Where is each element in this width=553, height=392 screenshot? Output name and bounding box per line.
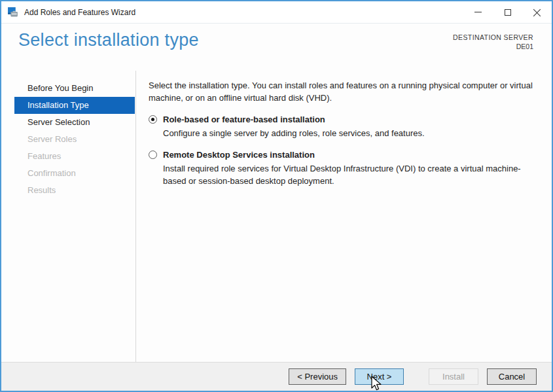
next-button[interactable]: Next > <box>355 368 404 385</box>
role-based-radio[interactable] <box>149 115 157 124</box>
remote-desktop-radio[interactable] <box>149 151 157 159</box>
role-based-label[interactable]: Role-based or feature-based installation <box>163 115 325 124</box>
sidebar-item-server-selection[interactable]: Server Selection <box>14 114 135 131</box>
wizard-steps-sidebar: Before You Begin Installation Type Serve… <box>1 71 136 362</box>
installation-type-panel: Select the installation type. You can in… <box>136 71 552 362</box>
roles-and-features-wizard-icon <box>7 7 18 18</box>
page-description: Select the installation type. You can in… <box>149 79 536 104</box>
install-button: Install <box>429 368 478 385</box>
destination-server-block: DESTINATION SERVER DE01 <box>453 33 533 50</box>
maximize-icon <box>505 9 511 16</box>
previous-button[interactable]: < Previous <box>289 368 346 385</box>
page-title: Select installation type <box>18 30 199 50</box>
wizard-footer: < Previous Next > Install Cancel <box>1 362 552 391</box>
sidebar-item-server-roles: Server Roles <box>14 131 135 148</box>
maximize-button[interactable] <box>493 1 522 23</box>
option-role-based[interactable]: Role-based or feature-based installation… <box>149 115 536 139</box>
close-icon <box>533 9 541 16</box>
minimize-button[interactable] <box>463 1 493 23</box>
cancel-button[interactable]: Cancel <box>487 368 537 385</box>
add-roles-features-wizard-window: Add Roles and Features Wizard Select ins… <box>0 0 553 392</box>
titlebar: Add Roles and Features Wizard <box>1 1 552 24</box>
sidebar-item-before-you-begin[interactable]: Before You Begin <box>14 80 135 97</box>
window-title: Add Roles and Features Wizard <box>24 8 135 17</box>
wizard-body: Before You Begin Installation Type Serve… <box>1 71 552 362</box>
role-based-description: Configure a single server by adding role… <box>163 127 536 139</box>
destination-server-name: DE01 <box>453 43 533 50</box>
sidebar-item-results: Results <box>14 182 135 199</box>
remote-desktop-label[interactable]: Remote Desktop Services installation <box>163 150 315 160</box>
sidebar-item-installation-type[interactable]: Installation Type <box>14 97 135 114</box>
close-button[interactable] <box>522 1 552 23</box>
wizard-header: Select installation type DESTINATION SER… <box>1 24 552 71</box>
option-remote-desktop[interactable]: Remote Desktop Services installation Ins… <box>149 150 536 187</box>
sidebar-item-features: Features <box>14 148 135 165</box>
minimize-icon <box>474 12 482 12</box>
destination-server-label: DESTINATION SERVER <box>453 33 533 41</box>
sidebar-item-confirmation: Confirmation <box>14 165 135 182</box>
window-controls <box>463 1 552 23</box>
remote-desktop-description: Install required role services for Virtu… <box>163 162 536 187</box>
